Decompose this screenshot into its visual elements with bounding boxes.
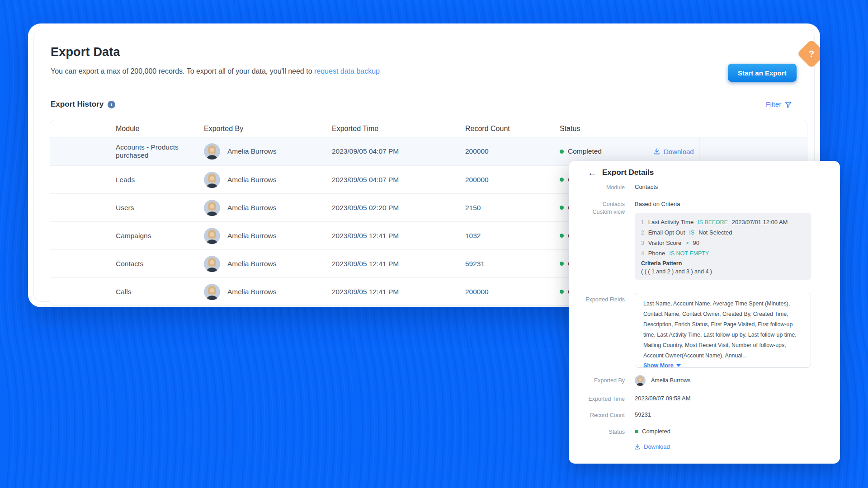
criteria-row: 2 Email Opt Out IS Not Selected — [641, 229, 805, 236]
exported-by-cell: Amelia Burrows — [204, 228, 330, 244]
record-count-cell: 1032 — [464, 232, 560, 240]
criteria-number: 4 — [641, 250, 644, 257]
user-name: Amelia Burrows — [227, 288, 277, 296]
exported-by-label: Exported By — [571, 377, 625, 385]
criteria-row: 3 Visitor Score > 90 — [641, 239, 805, 246]
criteria-operator: IS BEFORE — [698, 219, 728, 225]
criteria-field: Email Opt Out — [648, 229, 685, 236]
exported-time-cell: 2023/09/05 02:20 PM — [330, 204, 464, 212]
avatar — [635, 375, 646, 386]
exported-time-cell: 2023/09/05 04:07 PM — [330, 176, 464, 184]
criteria-pattern-label: Criteria Pattern — [641, 260, 805, 267]
module-cell: Campaigns — [50, 232, 204, 240]
record-count-value: 59231 — [635, 411, 651, 418]
exported-by-cell: Amelia Burrows — [204, 172, 330, 188]
criteria-field: Phone — [648, 250, 665, 257]
module-cell: Accounts - Products purchased — [50, 143, 204, 160]
exported-time-cell: 2023/09/05 12:41 PM — [330, 232, 464, 240]
exported-time-cell: 2023/09/05 12:41 PM — [330, 260, 464, 268]
record-count-cell: 2150 — [464, 204, 560, 212]
status-text: Completed — [642, 428, 670, 435]
exported-fields-label: Exported Fields — [571, 296, 625, 304]
user-name: Amelia Burrows — [227, 232, 277, 240]
export-history-title: Export History — [51, 100, 104, 109]
export-history-header: Export History i — [51, 100, 115, 109]
column-header-module: Module — [50, 125, 204, 133]
exported-fields-text: Last Name, Account Name, Average Time Sp… — [643, 299, 802, 361]
show-more-label: Show More — [643, 362, 674, 369]
export-details-header: ← Export Details — [588, 168, 654, 177]
exported-time-label: Exported Time — [571, 395, 625, 403]
status-dot — [635, 430, 638, 433]
criteria-value: 2023/07/01 12:00 AM — [732, 219, 788, 225]
criteria-operator: IS NOT EMPTY — [669, 250, 709, 257]
avatar — [204, 228, 220, 244]
column-header-status: Status — [560, 125, 653, 133]
criteria-number: 1 — [641, 219, 644, 225]
criteria-operator: > — [685, 240, 689, 246]
status-dot — [560, 178, 564, 182]
module-cell: Calls — [50, 288, 204, 296]
download-label: Download — [664, 148, 694, 155]
criteria-row: 4 Phone IS NOT EMPTY — [641, 250, 805, 257]
status-cell: Completed — [560, 147, 653, 155]
criteria-field: Last Activity Time — [648, 219, 693, 225]
status-dot — [560, 206, 564, 210]
user-name: Amelia Burrows — [227, 260, 277, 268]
record-count-cell: 200000 — [464, 288, 560, 296]
download-label: Download — [644, 443, 670, 450]
question-mark-icon: ? — [801, 43, 820, 64]
export-details-panel: ← Export Details Module Contacts Contact… — [569, 161, 840, 464]
column-header-exported-by: Exported By — [204, 125, 330, 133]
status-value: Completed — [635, 428, 670, 435]
module-cell: Leads — [50, 176, 204, 184]
show-more-button[interactable]: Show More — [643, 362, 802, 369]
status-dot — [560, 234, 564, 238]
criteria-operator: IS — [689, 230, 694, 236]
details-download-link[interactable]: Download — [634, 443, 670, 450]
exported-time-cell: 2023/09/05 12:41 PM — [330, 288, 464, 296]
request-data-backup-link[interactable]: request data backup — [314, 67, 380, 75]
export-details-title: Export Details — [602, 168, 654, 177]
avatar — [204, 284, 220, 300]
exported-by-cell: Amelia Burrows — [204, 256, 330, 272]
help-button[interactable]: ? — [797, 40, 820, 69]
info-icon[interactable]: i — [108, 101, 115, 108]
exported-time-cell: 2023/09/05 04:07 PM — [330, 147, 464, 155]
avatar — [204, 143, 220, 160]
user-name: Amelia Burrows — [227, 147, 277, 155]
exported-by-cell: Amelia Burrows — [204, 200, 330, 216]
module-label: Module — [571, 184, 625, 192]
status-dot — [560, 262, 564, 266]
status-text: Completed — [568, 147, 602, 155]
exported-by-cell: Amelia Burrows — [204, 143, 330, 160]
user-name: Amelia Burrows — [227, 176, 277, 184]
record-count-cell: 59231 — [464, 260, 560, 268]
criteria-number: 2 — [641, 230, 644, 236]
status-dot — [560, 290, 564, 294]
criteria-pattern-value: ( ( ( 1 and 2 ) and 3 ) and 4 ) — [641, 268, 805, 275]
module-cell: Users — [50, 204, 204, 212]
page-subtitle: You can export a max of 200,000 records.… — [51, 67, 380, 75]
exported-by-name: Amelia Burrows — [651, 377, 691, 384]
filter-button[interactable]: Filter — [766, 100, 792, 108]
criteria-field: Visitor Score — [648, 239, 681, 246]
exported-fields-box: Last Name, Account Name, Average Time Sp… — [635, 293, 811, 368]
avatar — [204, 172, 220, 188]
filter-funnel-icon — [784, 101, 792, 108]
table-header-row: Module Exported By Exported Time Record … — [50, 120, 807, 137]
custom-view-label: Contacts Custom view — [571, 201, 625, 216]
back-arrow-icon[interactable]: ← — [588, 168, 597, 177]
avatar — [204, 256, 220, 272]
download-icon — [634, 443, 641, 450]
status-dot — [560, 150, 564, 154]
record-count-label: Record Count — [571, 412, 625, 419]
criteria-number: 3 — [641, 240, 644, 246]
column-header-record-count: Record Count — [464, 125, 560, 133]
start-an-export-button[interactable]: Start an Export — [728, 64, 797, 82]
download-icon — [653, 148, 660, 155]
custom-view-value: Based on Criteria — [635, 201, 680, 207]
subtitle-text: You can export a max of 200,000 records.… — [51, 67, 314, 75]
record-count-cell: 200000 — [464, 147, 560, 155]
user-name: Amelia Burrows — [227, 204, 277, 212]
